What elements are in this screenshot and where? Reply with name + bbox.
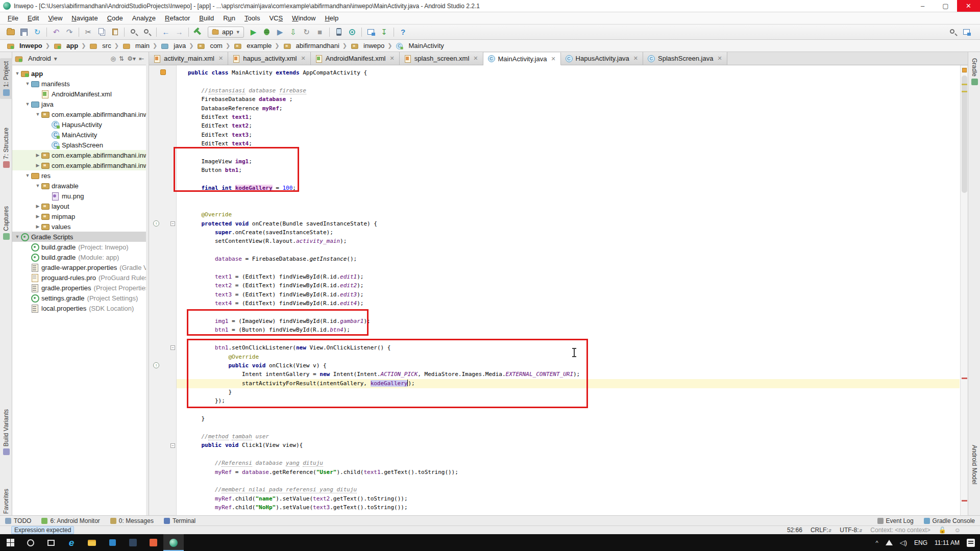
find-icon[interactable] bbox=[127, 26, 140, 38]
copy-icon[interactable] bbox=[95, 26, 108, 38]
editor-tab-splash-screen-xml[interactable]: splash_screen.xml✕ bbox=[400, 52, 483, 65]
paste-icon[interactable] bbox=[108, 26, 121, 38]
breadcrumb-item-java[interactable]: java bbox=[158, 42, 188, 50]
notification-center-icon[interactable] bbox=[967, 539, 975, 547]
editor-tab-androidmanifest-xml[interactable]: AndroidManifest.xml✕ bbox=[311, 52, 400, 65]
forward-icon[interactable] bbox=[173, 26, 186, 38]
sdk-manager-icon[interactable] bbox=[378, 26, 391, 38]
tool-window-button-terminal[interactable]: Terminal bbox=[159, 516, 201, 526]
clock[interactable]: 11:11 AM bbox=[935, 539, 960, 546]
taskbar-task-view-icon[interactable] bbox=[41, 534, 61, 551]
tree-item-gradle-wrapper-properties[interactable]: gradle-wrapper.properties(Gradle Ve bbox=[12, 262, 146, 272]
tab-close-icon[interactable]: ✕ bbox=[551, 56, 555, 62]
tree-item-gradle-scripts[interactable]: ▼Gradle Scripts bbox=[12, 232, 146, 242]
tool-window-button-todo[interactable]: TODO bbox=[0, 516, 36, 526]
sync-gradle-icon[interactable] bbox=[346, 26, 359, 38]
volume-icon[interactable]: ◁) bbox=[900, 539, 907, 546]
chevron-collapsed-icon[interactable]: ▶ bbox=[35, 163, 41, 168]
tree-item-drawable[interactable]: ▼drawable bbox=[12, 181, 146, 191]
chevron-expanded-icon[interactable]: ▼ bbox=[24, 173, 31, 178]
tree-item-splashscreen[interactable]: SplashScreen bbox=[12, 140, 146, 150]
build-hammer-icon[interactable] bbox=[191, 26, 205, 38]
chevron-collapsed-icon[interactable]: ▶ bbox=[35, 214, 41, 219]
run-config-selector[interactable]: app▼ bbox=[208, 27, 244, 38]
tab-close-icon[interactable]: ✕ bbox=[301, 55, 305, 62]
minimize-button[interactable]: – bbox=[911, 0, 934, 12]
project-view-selector[interactable]: Android ▾ bbox=[14, 55, 108, 63]
tool-strip-button-1-project[interactable]: 1: Project bbox=[0, 58, 12, 99]
tab-close-icon[interactable]: ✕ bbox=[218, 55, 223, 62]
menu-item-build[interactable]: Build bbox=[194, 13, 218, 23]
tree-item-build-gradle[interactable]: build.gradle(Module: app) bbox=[12, 252, 146, 262]
taskbar-store-icon[interactable] bbox=[102, 534, 122, 551]
tree-item-gradle-properties[interactable]: gradle.properties(Project Properties) bbox=[12, 283, 146, 293]
breadcrumb-item-src[interactable]: src bbox=[87, 42, 113, 50]
maximize-button[interactable]: ▢ bbox=[934, 0, 957, 12]
code-editor[interactable]: ↑↑−−− public class MainActivity extends … bbox=[149, 65, 968, 515]
chevron-expanded-icon[interactable]: ▼ bbox=[14, 234, 20, 239]
chevron-expanded-icon[interactable]: ▼ bbox=[24, 81, 31, 86]
tree-item-values[interactable]: ▶values bbox=[12, 221, 146, 232]
tree-item-settings-gradle[interactable]: settings.gradle(Project Settings) bbox=[12, 293, 146, 303]
menu-item-vcs[interactable]: VCS bbox=[264, 13, 287, 23]
tree-item-hapusactivity[interactable]: HapusActivity bbox=[12, 119, 146, 130]
highlighting-level-icon[interactable]: ☺ bbox=[954, 527, 961, 534]
tool-strip-button-build-variants[interactable]: Build Variants bbox=[0, 409, 12, 455]
undo-icon[interactable] bbox=[50, 26, 63, 38]
lock-icon[interactable]: 🔓 bbox=[939, 527, 946, 534]
breadcrumb-item-app[interactable]: app bbox=[51, 42, 80, 50]
open-icon[interactable] bbox=[4, 26, 17, 38]
language-indicator[interactable]: ENG bbox=[914, 539, 927, 546]
menu-item-refactor[interactable]: Refactor bbox=[160, 13, 194, 23]
menu-item-edit[interactable]: Edit bbox=[23, 13, 43, 23]
tab-close-icon[interactable]: ✕ bbox=[473, 55, 478, 62]
sync-icon[interactable] bbox=[31, 26, 44, 38]
tool-window-button-6-android-monitor[interactable]: 6: Android Monitor bbox=[36, 516, 105, 526]
chevron-expanded-icon[interactable]: ▼ bbox=[35, 112, 41, 117]
tool-window-button-gradle-console[interactable]: Gradle Console bbox=[919, 516, 980, 526]
taskbar-app-orange-icon[interactable] bbox=[143, 534, 163, 551]
collapse-all-icon[interactable]: ⇅ bbox=[119, 55, 124, 62]
tree-item-androidmanifest-xml[interactable]: AndroidManifest.xml bbox=[12, 89, 146, 99]
tree-item-mainactivity[interactable]: MainActivity bbox=[12, 130, 146, 140]
tab-close-icon[interactable]: ✕ bbox=[717, 55, 722, 62]
tree-item-build-gradle[interactable]: build.gradle(Project: Inwepo) bbox=[12, 242, 146, 252]
run-coverage-icon[interactable] bbox=[274, 26, 287, 38]
tree-item-mu-png[interactable]: mu.png bbox=[12, 191, 146, 201]
hide-panel-icon[interactable]: ⇤ bbox=[139, 55, 144, 62]
chevron-collapsed-icon[interactable]: ▶ bbox=[35, 204, 41, 209]
wifi-icon[interactable] bbox=[886, 540, 893, 545]
tool-window-button-0-messages[interactable]: 0: Messages bbox=[105, 516, 159, 526]
breadcrumb-item-mainactivity[interactable]: MainActivity bbox=[393, 42, 446, 50]
hidden-icons-chevron[interactable]: ^ bbox=[876, 540, 878, 546]
tab-close-icon[interactable]: ✕ bbox=[633, 55, 638, 62]
run-icon[interactable] bbox=[247, 26, 260, 38]
editor-tab-hapusactivity-java[interactable]: HapusActivity.java✕ bbox=[561, 52, 643, 65]
chevron-collapsed-icon[interactable]: ▶ bbox=[35, 224, 41, 229]
breadcrumb-item-main[interactable]: main bbox=[120, 42, 152, 50]
layout-editor-icon[interactable] bbox=[960, 26, 973, 38]
redo-icon[interactable] bbox=[63, 26, 76, 38]
tool-strip-button-gradle[interactable]: Gradle bbox=[968, 58, 980, 85]
menu-item-tools[interactable]: Tools bbox=[240, 13, 264, 23]
settings-icon[interactable]: ⚙▾ bbox=[127, 55, 136, 62]
taskbar-mail-app-icon[interactable] bbox=[122, 534, 143, 551]
restart-icon[interactable] bbox=[300, 26, 313, 38]
menu-item-file[interactable]: File bbox=[3, 13, 23, 23]
chevron-expanded-icon[interactable]: ▼ bbox=[24, 102, 31, 107]
tool-strip-button-captures[interactable]: Captures bbox=[0, 206, 12, 240]
tool-strip-button-android-model[interactable]: Android Model bbox=[968, 445, 980, 484]
save-icon[interactable] bbox=[17, 26, 31, 38]
tree-item-com-example-abifirmandhani-inw[interactable]: ▶com.example.abifirmandhani.inw bbox=[12, 150, 146, 160]
tab-close-icon[interactable]: ✕ bbox=[389, 55, 394, 62]
breadcrumb-item-inwepo[interactable]: inwepo bbox=[348, 42, 386, 50]
taskbar-android-studio-icon[interactable] bbox=[163, 534, 184, 551]
taskbar-start-icon[interactable] bbox=[0, 534, 20, 551]
line-ending-selector[interactable]: CRLF:⇵ bbox=[811, 527, 831, 534]
breadcrumb-item-example[interactable]: example bbox=[231, 42, 274, 50]
locate-icon[interactable]: ◎ bbox=[111, 55, 116, 62]
tree-item-com-example-abifirmandhani-inw[interactable]: ▼com.example.abifirmandhani.inw bbox=[12, 109, 146, 119]
menu-item-window[interactable]: Window bbox=[287, 13, 320, 23]
tool-window-button-event-log[interactable]: Event Log bbox=[872, 516, 919, 526]
breadcrumb-item-com[interactable]: com bbox=[194, 42, 225, 50]
